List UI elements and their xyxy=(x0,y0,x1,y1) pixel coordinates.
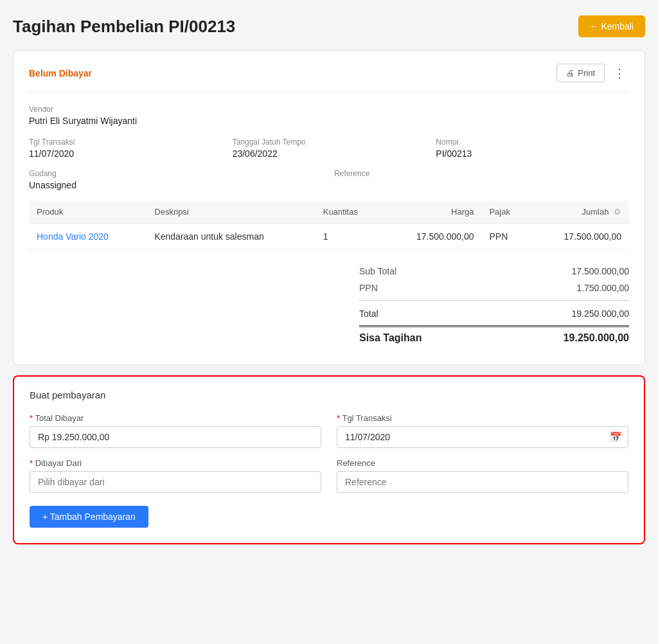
totals-table: Sub Total 17.500.000,00 PPN 1.750.000,00… xyxy=(359,263,629,349)
gudang-label: Gudang xyxy=(29,169,324,178)
cell-produk: Honda Vario 2020 xyxy=(29,224,147,250)
tgl-transaksi-payment-group: * Tgl Transaksi 📅 xyxy=(337,413,628,448)
tgl-transaksi-required: * xyxy=(337,413,340,423)
cell-jumlah: 17.500.000,00 xyxy=(531,224,629,250)
col-deskripsi: Deskripsi xyxy=(147,201,315,224)
vendor-section: Vendor Putri Eli Suryatmi Wijayanti xyxy=(29,105,629,126)
col-produk: Produk xyxy=(29,201,147,224)
nomor-value: PI/00213 xyxy=(436,148,629,159)
print-button[interactable]: 🖨 Print xyxy=(556,64,605,82)
cell-deskripsi: Kendaraan untuk salesman xyxy=(147,224,315,250)
page-header: Tagihan Pembelian PI/00213 ← Kembali xyxy=(13,15,645,37)
col-kuantitas: Kuantitas xyxy=(316,201,384,224)
total-dibayar-group: * Total Dibayar xyxy=(30,413,321,448)
subtotal-row: Sub Total 17.500.000,00 xyxy=(359,263,629,280)
reference-payment-input[interactable] xyxy=(337,471,628,493)
ppn-label: PPN xyxy=(359,283,378,293)
produk-link[interactable]: Honda Vario 2020 xyxy=(37,231,109,242)
cell-harga: 17.500.000,00 xyxy=(383,224,481,250)
sisa-tagihan-row: Sisa Tagihan 19.250.000,00 xyxy=(359,325,629,349)
dibayar-dari-label: * Dibayar Dari xyxy=(30,458,321,468)
subtotal-value: 17.500.000,00 xyxy=(571,266,629,276)
vendor-name: Putri Eli Suryatmi Wijayanti xyxy=(29,116,629,126)
status-bar: Belum Dibayar 🖨 Print ⋮ xyxy=(29,64,629,92)
tanggal-jatuh-tempo-value: 23/06/2022 xyxy=(233,148,426,159)
calendar-icon: 📅 xyxy=(610,431,622,443)
dates-row: Tgl Transaksi 11/07/2020 Tanggal Jatuh T… xyxy=(29,138,629,159)
total-dibayar-label: * Total Dibayar xyxy=(30,413,321,423)
totals-divider xyxy=(359,300,629,301)
add-payment-button[interactable]: + Tambah Pembayaran xyxy=(30,506,148,528)
total-label: Total xyxy=(359,309,378,319)
reference-field: Reference xyxy=(334,169,629,190)
print-label: Print xyxy=(578,68,595,78)
gudang-field: Gudang Unassigned xyxy=(29,169,324,190)
tanggal-jatuh-tempo-label: Tanggal Jatuh Tempo xyxy=(233,138,426,147)
gudang-reference-row: Gudang Unassigned Reference xyxy=(29,169,629,190)
tgl-transaksi-field: Tgl Transaksi 11/07/2020 xyxy=(29,138,222,159)
total-dibayar-required: * xyxy=(30,413,33,423)
back-button[interactable]: ← Kembali xyxy=(578,15,645,37)
col-pajak: Pajak xyxy=(481,201,530,224)
status-badge: Belum Dibayar xyxy=(29,68,92,78)
nomor-label: Nomor xyxy=(436,138,629,147)
totals-section: Sub Total 17.500.000,00 PPN 1.750.000,00… xyxy=(29,263,629,349)
tgl-transaksi-payment-label: * Tgl Transaksi xyxy=(337,413,628,423)
more-options-button[interactable]: ⋮ xyxy=(610,65,629,82)
vendor-label: Vendor xyxy=(29,105,629,114)
invoice-card: Belum Dibayar 🖨 Print ⋮ Vendor Putri Eli… xyxy=(13,50,645,365)
reference-payment-label: Reference xyxy=(337,458,628,468)
dibayar-dari-required: * xyxy=(30,458,33,468)
dibayar-dari-group: * Dibayar Dari xyxy=(30,458,321,493)
table-settings-icon[interactable]: ⚙ xyxy=(614,207,621,217)
total-row: Total 19.250.000,00 xyxy=(359,305,629,323)
reference-value xyxy=(334,180,629,190)
nomor-field: Nomor PI/00213 xyxy=(436,138,629,159)
col-harga: Harga xyxy=(383,201,481,224)
sisa-tagihan-value: 19.250.000,00 xyxy=(564,332,629,344)
sisa-tagihan-label: Sisa Tagihan xyxy=(359,332,422,344)
items-table: Produk Deskripsi Kuantitas Harga Pajak J… xyxy=(29,201,629,250)
cell-pajak: PPN xyxy=(481,224,530,250)
printer-icon: 🖨 xyxy=(566,68,574,78)
ppn-row: PPN 1.750.000,00 xyxy=(359,280,629,296)
tanggal-jatuh-tempo-field: Tanggal Jatuh Tempo 23/06/2022 xyxy=(233,138,426,159)
payment-title: Buat pembayaran xyxy=(30,389,628,400)
total-value: 19.250.000,00 xyxy=(571,309,629,319)
subtotal-label: Sub Total xyxy=(359,266,396,276)
tgl-transaksi-value: 11/07/2020 xyxy=(29,148,222,159)
cell-kuantitas: 1 xyxy=(316,224,384,250)
gudang-value: Unassigned xyxy=(29,180,324,190)
page-title: Tagihan Pembelian PI/00213 xyxy=(13,17,235,37)
tgl-transaksi-input-wrapper: 📅 xyxy=(337,426,628,448)
reference-payment-group: Reference xyxy=(337,458,628,493)
table-row: Honda Vario 2020 Kendaraan untuk salesma… xyxy=(29,224,629,250)
status-actions: 🖨 Print ⋮ xyxy=(556,64,629,82)
tgl-transaksi-label: Tgl Transaksi xyxy=(29,138,222,147)
payment-form-grid: * Total Dibayar * Tgl Transaksi 📅 xyxy=(30,413,628,493)
total-dibayar-input[interactable] xyxy=(30,426,321,448)
col-jumlah: Jumlah ⚙ xyxy=(531,201,629,224)
payment-card: Buat pembayaran * Total Dibayar * Tgl Tr… xyxy=(13,375,645,544)
reference-label: Reference xyxy=(334,169,629,178)
ppn-value: 1.750.000,00 xyxy=(576,283,629,293)
tgl-transaksi-payment-input[interactable] xyxy=(337,426,628,448)
dibayar-dari-input[interactable] xyxy=(30,471,321,493)
